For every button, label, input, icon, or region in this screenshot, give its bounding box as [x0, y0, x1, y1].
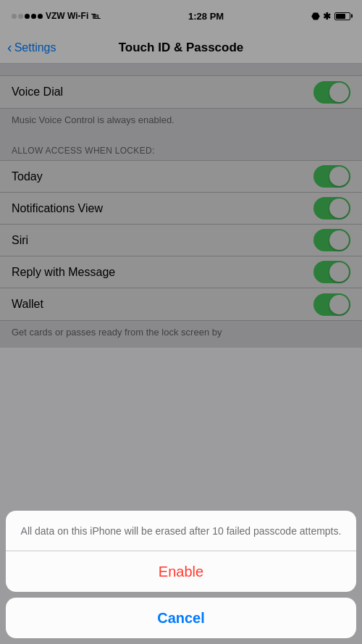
cancel-button[interactable]: Cancel [6, 598, 356, 638]
alert-message: All data on this iPhone will be erased a… [6, 511, 356, 551]
alert-container: All data on this iPhone will be erased a… [0, 511, 362, 644]
cancel-box: Cancel [6, 598, 356, 638]
alert-box: All data on this iPhone will be erased a… [6, 511, 356, 592]
enable-button[interactable]: Enable [6, 551, 356, 592]
